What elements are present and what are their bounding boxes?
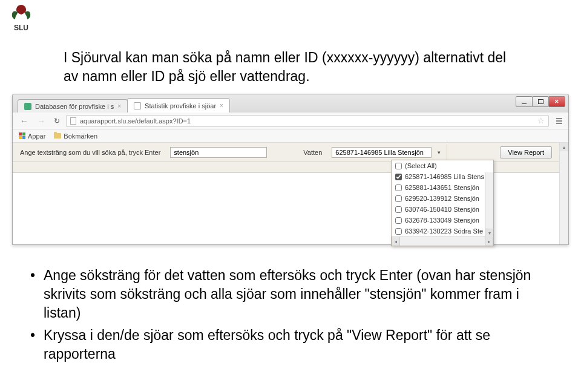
view-report-button[interactable]: View Report bbox=[500, 146, 552, 158]
dropdown-item-select-all[interactable]: (Select All) bbox=[392, 160, 493, 171]
dropdown-toggle-icon[interactable]: ▾ bbox=[438, 149, 441, 155]
checkbox[interactable] bbox=[395, 206, 402, 213]
dropdown-item-label: 633942-130223 Södra Ste bbox=[405, 227, 483, 235]
report-content-area: Ange textsträng som du vill söka på, try… bbox=[13, 143, 559, 244]
apps-button[interactable]: Appar bbox=[19, 132, 45, 140]
vatten-input[interactable] bbox=[332, 147, 432, 158]
tab-database[interactable]: Databasen för provfiske i s × bbox=[18, 99, 128, 113]
dropdown-item-label: 629520-139912 Stensjön bbox=[405, 195, 479, 202]
window-controls: ✕ bbox=[516, 96, 565, 107]
bookmark-star-icon[interactable]: ☆ bbox=[537, 116, 545, 125]
reload-icon[interactable]: ↻ bbox=[51, 117, 62, 125]
dropdown-item-label: 625881-143651 Stensjön bbox=[405, 184, 479, 191]
url-text: aquarapport.slu.se/default.aspx?ID=1 bbox=[80, 117, 191, 125]
browser-window: ✕ Databasen för provfiske i s × Statisti… bbox=[12, 94, 569, 245]
toolbar-separator bbox=[447, 145, 447, 160]
tab-statistik[interactable]: Statistik provfiske i sjöar × bbox=[127, 98, 230, 113]
dropdown-item-label: 625871-146985 Lilla Stens bbox=[405, 173, 484, 180]
checkbox[interactable] bbox=[395, 163, 402, 169]
apps-label: Appar bbox=[28, 132, 45, 140]
back-icon[interactable]: ← bbox=[18, 116, 31, 126]
bullet-2: Kryssa i den/de sjöar som eftersöks och … bbox=[29, 326, 550, 364]
close-icon[interactable]: × bbox=[220, 102, 223, 109]
tab-bar: Databasen för provfiske i s × Statistik … bbox=[18, 98, 229, 113]
address-bar[interactable]: aquarapport.slu.se/default.aspx?ID=1 ☆ bbox=[66, 115, 549, 127]
dropdown-item[interactable]: 633942-130223 Södra Ste bbox=[392, 226, 493, 237]
page-vscrollbar[interactable]: ▴ bbox=[559, 143, 568, 244]
checkbox[interactable] bbox=[395, 185, 402, 191]
apps-icon bbox=[19, 132, 25, 139]
scroll-up-icon[interactable]: ▴ bbox=[560, 143, 568, 151]
dropdown-item[interactable]: 625871-146985 Lilla Stens bbox=[392, 171, 493, 182]
checkbox[interactable] bbox=[395, 217, 402, 224]
menu-icon[interactable] bbox=[555, 117, 563, 125]
maximize-button[interactable] bbox=[532, 96, 549, 107]
favicon-icon bbox=[134, 102, 141, 109]
scroll-left-icon[interactable]: ◂ bbox=[392, 237, 400, 246]
dropdown-item-label: 632678-133049 Stensjön bbox=[405, 217, 479, 224]
scroll-down-icon[interactable]: ▾ bbox=[485, 229, 493, 237]
page-icon bbox=[70, 117, 76, 125]
svg-text:SLU: SLU bbox=[14, 24, 28, 32]
vatten-dropdown: (Select All) 625871-146985 Lilla Stens 6… bbox=[391, 160, 494, 246]
bookmark-folder[interactable]: Bokmärken bbox=[54, 132, 97, 140]
dropdown-item[interactable]: 625881-143651 Stensjön bbox=[392, 182, 493, 193]
bullet-1: Ange söksträng för det vatten som efters… bbox=[29, 266, 550, 322]
tab-label: Databasen för provfiske i s bbox=[35, 103, 114, 110]
intro-text: I Sjöurval kan man söka på namn eller ID… bbox=[64, 48, 517, 86]
bookmark-bar: Appar Bokmärken bbox=[13, 129, 568, 143]
dropdown-item-label: 630746-150410 Stensjön bbox=[405, 206, 479, 213]
tab-label: Statistik provfiske i sjöar bbox=[145, 102, 216, 109]
vatten-label: Vatten bbox=[303, 149, 322, 156]
dropdown-item[interactable]: 632678-133049 Stensjön bbox=[392, 215, 493, 226]
dropdown-hscrollbar[interactable]: ◂ ▸ bbox=[392, 237, 493, 246]
folder-icon bbox=[54, 133, 61, 139]
scroll-track[interactable] bbox=[400, 237, 485, 246]
scroll-right-icon[interactable]: ▸ bbox=[485, 237, 493, 246]
dropdown-vscrollbar[interactable]: ▾ bbox=[485, 172, 493, 237]
search-label: Ange textsträng som du vill söka på, try… bbox=[20, 149, 160, 156]
nav-bar: ← → ↻ aquarapport.slu.se/default.aspx?ID… bbox=[13, 113, 568, 129]
dropdown-item[interactable]: 629520-139912 Stensjön bbox=[392, 193, 493, 204]
checkbox[interactable] bbox=[395, 228, 402, 235]
minimize-button[interactable] bbox=[516, 96, 533, 107]
dropdown-item[interactable]: 630746-150410 Stensjön bbox=[392, 204, 493, 215]
dropdown-item-label: (Select All) bbox=[405, 162, 437, 169]
close-icon[interactable]: × bbox=[117, 103, 121, 109]
instruction-bullets: Ange söksträng för det vatten som efters… bbox=[29, 266, 550, 367]
checkbox[interactable] bbox=[395, 174, 402, 180]
favicon-icon bbox=[24, 103, 31, 110]
close-button[interactable]: ✕ bbox=[548, 96, 565, 107]
folder-label: Bokmärken bbox=[64, 132, 97, 140]
forward-icon: → bbox=[34, 116, 48, 126]
checkbox[interactable] bbox=[395, 195, 402, 202]
search-input[interactable] bbox=[170, 147, 267, 158]
slu-logo: SLU bbox=[9, 4, 33, 36]
